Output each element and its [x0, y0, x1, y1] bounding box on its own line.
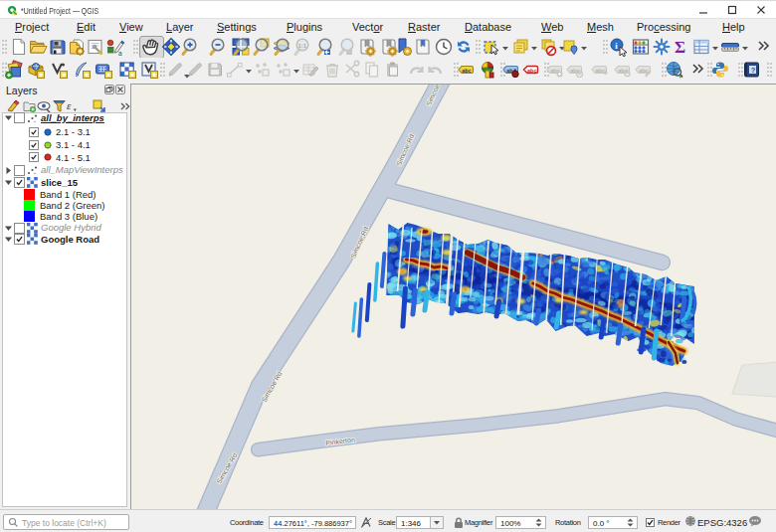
svg-text:abc: abc: [527, 68, 536, 74]
svg-text:a: a: [118, 50, 122, 57]
svg-text:Σ: Σ: [675, 38, 685, 57]
svg-text:abc: abc: [570, 68, 579, 74]
svg-text:abc: abc: [462, 68, 471, 74]
svg-text:abc: abc: [618, 68, 627, 74]
svg-text:1:1: 1:1: [298, 43, 307, 49]
svg-text:ε: ε: [67, 99, 72, 111]
svg-text:abc: abc: [639, 68, 648, 74]
svg-text:?: ?: [751, 66, 756, 75]
